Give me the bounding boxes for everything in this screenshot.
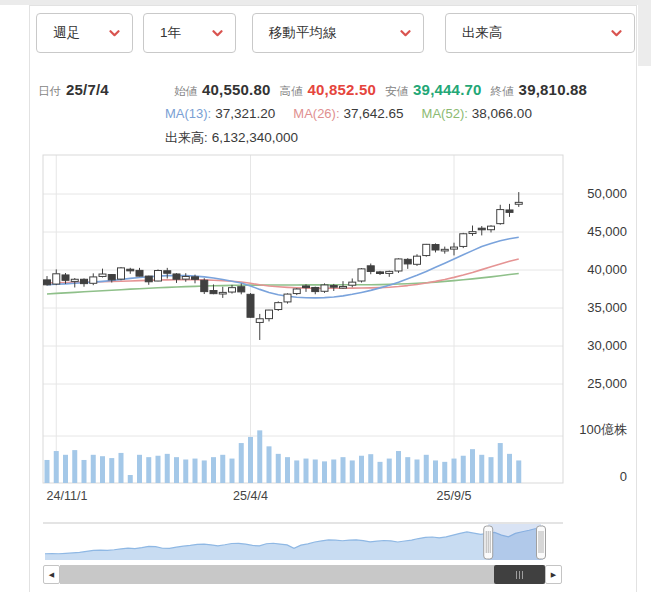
navigator-handle-right[interactable] (537, 526, 546, 559)
svg-text:25,000: 25,000 (587, 376, 627, 391)
svg-text:35,000: 35,000 (587, 300, 627, 315)
svg-text:24/11/1: 24/11/1 (47, 489, 88, 503)
stock-chart-widget: 週足 1年 移動平均線 出来高 日付 25/7/4 始値 40,550.80 (0, 0, 651, 592)
chart-scrollbar: ◀ ▶ (43, 565, 562, 584)
price-chart[interactable]: 50,00045,00040,00035,00030,00025,000100億… (0, 0, 651, 592)
svg-text:45,000: 45,000 (587, 224, 627, 239)
volume-bars (45, 430, 522, 483)
svg-text:25/4/4: 25/4/4 (233, 489, 268, 503)
candles (44, 192, 523, 340)
svg-text:40,000: 40,000 (587, 262, 627, 277)
navigator-handle-left[interactable] (484, 526, 493, 559)
grid: 50,00045,00040,00035,00030,00025,000100億… (43, 155, 627, 503)
navigator-selection[interactable] (488, 524, 541, 560)
scrollbar-thumb[interactable] (494, 565, 545, 584)
svg-text:25/9/5: 25/9/5 (437, 489, 472, 503)
scroll-left-button[interactable]: ◀ (43, 565, 60, 584)
scrollbar-track[interactable] (60, 565, 545, 584)
svg-text:0: 0 (620, 469, 627, 484)
range-navigator[interactable] (43, 523, 563, 560)
svg-text:100億株: 100億株 (579, 422, 627, 437)
svg-text:50,000: 50,000 (587, 186, 627, 201)
svg-text:30,000: 30,000 (587, 338, 627, 353)
navigator-area (45, 526, 543, 560)
scroll-right-button[interactable]: ▶ (545, 565, 562, 584)
